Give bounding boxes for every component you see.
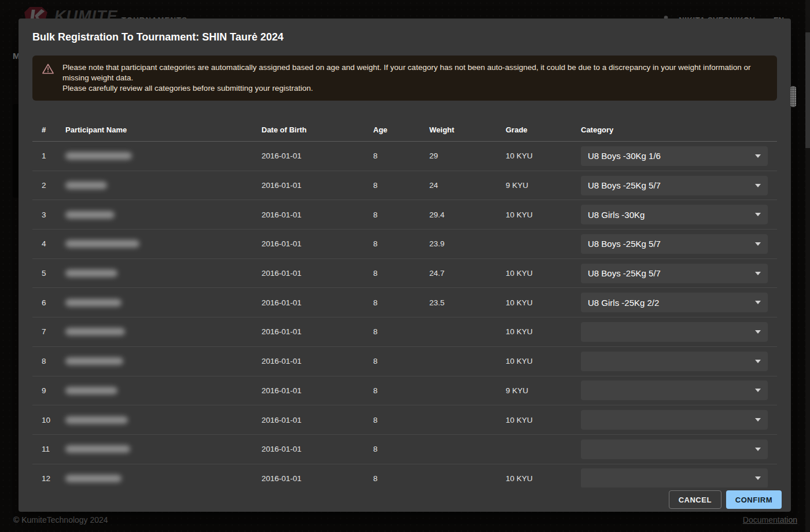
participant-name-cell xyxy=(65,152,262,160)
category-selected-value: U8 Girls -25Kg 2/2 xyxy=(588,298,750,308)
table-row: 3 2016-01-01 8 29.4 10 KYU U8 Girls -30K… xyxy=(32,200,777,230)
age-cell: 8 xyxy=(373,357,429,365)
confirm-button[interactable]: CONFIRM xyxy=(726,490,782,509)
column-header-num: # xyxy=(42,125,65,134)
category-selected-value: U8 Girls -30Kg xyxy=(588,210,750,220)
category-select[interactable]: U8 Girls -25Kg 2/2 xyxy=(581,293,768,312)
age-cell: 8 xyxy=(373,416,429,424)
table-row: 4 2016-01-01 8 23.9 U8 Boys -25Kg 5/7 xyxy=(32,230,777,259)
redacted-name xyxy=(65,445,130,453)
dob-cell: 2016-01-01 xyxy=(262,269,373,278)
category-select[interactable]: U8 Boys -30Kg 1/6 xyxy=(581,146,768,166)
warning-triangle-icon xyxy=(42,62,54,77)
chevron-down-icon xyxy=(755,418,761,422)
chevron-down-icon xyxy=(755,213,761,216)
weight-cell: 23.9 xyxy=(429,239,506,248)
row-number-cell: 6 xyxy=(42,298,65,307)
category-select[interactable]: U8 Boys -25Kg 5/7 xyxy=(581,234,768,254)
table-row: 6 2016-01-01 8 23.5 10 KYU U8 Girls -25K… xyxy=(32,288,777,317)
column-header-weight: Weight xyxy=(429,125,506,134)
participant-name-cell xyxy=(65,357,262,365)
redacted-name xyxy=(65,357,123,365)
grade-cell: 10 KYU xyxy=(506,152,581,160)
modal-actions: CANCEL CONFIRM xyxy=(19,487,791,512)
dob-cell: 2016-01-01 xyxy=(262,386,373,395)
redacted-name xyxy=(65,328,125,335)
redacted-name xyxy=(65,240,139,247)
cancel-button[interactable]: CANCEL xyxy=(669,490,721,509)
weight-cell: 23.5 xyxy=(429,298,506,307)
age-cell: 8 xyxy=(373,474,429,483)
modal-scrollbar-thumb[interactable] xyxy=(790,86,796,107)
dob-cell: 2016-01-01 xyxy=(262,298,373,307)
chevron-down-icon xyxy=(755,154,761,158)
column-header-age: Age xyxy=(373,125,429,134)
age-cell: 8 xyxy=(373,298,429,307)
chevron-down-icon xyxy=(755,389,761,392)
weight-cell: 29 xyxy=(429,152,506,160)
warning-text-2: Please carefully review all categories b… xyxy=(62,83,768,94)
participant-name-cell xyxy=(65,211,262,219)
age-cell: 8 xyxy=(373,386,429,395)
category-selected-value: U8 Boys -25Kg 5/7 xyxy=(588,180,750,190)
chevron-down-icon xyxy=(755,330,761,334)
redacted-name xyxy=(65,269,117,277)
category-select[interactable] xyxy=(581,439,768,459)
participant-name-cell xyxy=(65,475,262,482)
modal-title: Bulk Registration To Tournament: SHIN Ta… xyxy=(19,19,791,43)
age-cell: 8 xyxy=(373,181,429,190)
participant-name-cell xyxy=(65,328,262,335)
category-selected-value: U8 Boys -30Kg 1/6 xyxy=(588,151,750,161)
dob-cell: 2016-01-01 xyxy=(262,210,373,219)
table-row: 2 2016-01-01 8 24 9 KYU U8 Boys -25Kg 5/… xyxy=(32,171,777,201)
weight-cell: 24 xyxy=(429,181,506,190)
weight-cell: 24.7 xyxy=(429,269,506,278)
category-select[interactable] xyxy=(581,380,768,400)
grade-cell: 10 KYU xyxy=(506,269,581,278)
redacted-name xyxy=(65,152,132,160)
dob-cell: 2016-01-01 xyxy=(262,152,373,160)
chevron-down-icon xyxy=(755,301,761,304)
category-selected-value: U8 Boys -25Kg 5/7 xyxy=(588,239,750,249)
table-row: 11 2016-01-01 8 xyxy=(32,435,777,464)
category-select[interactable] xyxy=(581,410,768,430)
participant-name-cell xyxy=(65,182,262,189)
row-number-cell: 9 xyxy=(42,386,65,395)
column-header-category: Category xyxy=(581,125,768,134)
redacted-name xyxy=(65,387,117,394)
category-select[interactable]: U8 Boys -25Kg 5/7 xyxy=(581,264,768,283)
category-select[interactable] xyxy=(581,468,768,487)
category-select[interactable] xyxy=(581,352,768,371)
age-cell: 8 xyxy=(373,445,429,453)
category-select[interactable]: U8 Girls -30Kg xyxy=(581,205,768,224)
column-header-grade: Grade xyxy=(506,125,581,134)
age-cell: 8 xyxy=(373,269,429,278)
grade-cell: 9 KYU xyxy=(506,386,581,395)
participant-name-cell xyxy=(65,387,262,394)
grade-cell: 10 KYU xyxy=(506,474,581,483)
redacted-name xyxy=(65,211,115,219)
grade-cell: 10 KYU xyxy=(506,357,581,365)
row-number-cell: 7 xyxy=(42,327,65,336)
column-header-name: Participant Name xyxy=(65,125,262,134)
participant-name-cell xyxy=(65,299,262,306)
chevron-down-icon xyxy=(755,272,761,275)
redacted-name xyxy=(65,416,128,424)
age-cell: 8 xyxy=(373,152,429,160)
dob-cell: 2016-01-01 xyxy=(262,239,373,248)
grade-cell: 10 KYU xyxy=(506,298,581,307)
column-header-dob: Date of Birth xyxy=(262,125,373,134)
chevron-down-icon xyxy=(755,184,761,187)
row-number-cell: 12 xyxy=(42,474,65,483)
category-select[interactable] xyxy=(581,322,768,342)
table-header-row: #Participant NameDate of BirthAgeWeightG… xyxy=(32,119,777,142)
dob-cell: 2016-01-01 xyxy=(262,474,373,483)
row-number-cell: 1 xyxy=(42,152,65,160)
table-row: 7 2016-01-01 8 10 KYU xyxy=(32,317,777,347)
grade-cell: 10 KYU xyxy=(506,210,581,219)
category-select[interactable]: U8 Boys -25Kg 5/7 xyxy=(581,176,768,195)
page-scrollbar-thumb[interactable] xyxy=(805,32,810,148)
table-row: 12 2016-01-01 8 10 KYU xyxy=(32,464,777,487)
participant-name-cell xyxy=(65,269,262,277)
weight-cell: 29.4 xyxy=(429,210,506,219)
